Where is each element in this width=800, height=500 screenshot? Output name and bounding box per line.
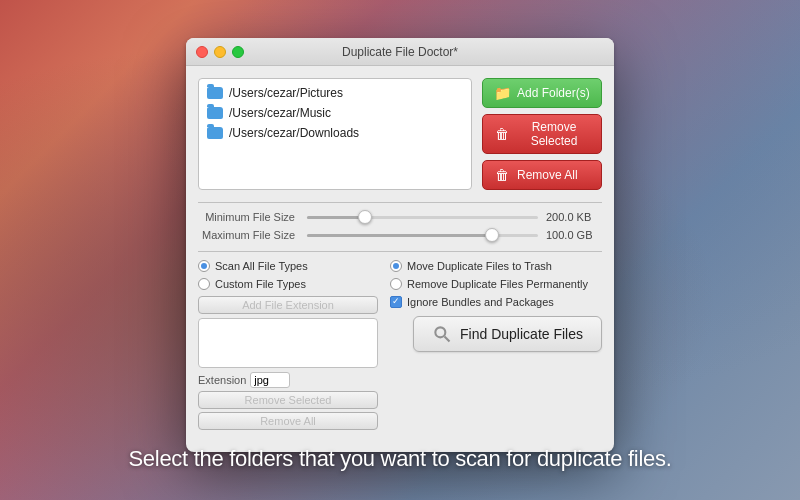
min-file-size-row: Minimum File Size 200.0 KB [198, 211, 602, 223]
remove-permanently-radio-row[interactable]: Remove Duplicate Files Permanently [390, 278, 602, 290]
close-button[interactable] [196, 46, 208, 58]
remove-selected-label: Remove Selected [517, 120, 591, 148]
scan-all-label: Scan All File Types [215, 260, 308, 272]
move-trash-label: Move Duplicate Files to Trash [407, 260, 552, 272]
divider-2 [198, 251, 602, 252]
custom-types-radio[interactable] [198, 278, 210, 290]
left-options: Scan All File Types Custom File Types Ad… [198, 260, 378, 430]
min-size-fill [307, 216, 365, 219]
find-btn-row: Find Duplicate Files [390, 316, 602, 352]
svg-point-0 [435, 327, 445, 337]
scan-all-radio-row[interactable]: Scan All File Types [198, 260, 378, 272]
remove-permanently-radio[interactable] [390, 278, 402, 290]
app-window: Duplicate File Doctor* /Users/cezar/Pict… [186, 38, 614, 452]
remove-all-ext-label: Remove All [260, 415, 316, 427]
min-size-thumb[interactable] [358, 210, 372, 224]
remove-selected-button[interactable]: 🗑 Remove Selected [482, 114, 602, 154]
divider-1 [198, 202, 602, 203]
folder-path-downloads: /Users/cezar/Downloads [229, 126, 359, 140]
maximize-button[interactable] [232, 46, 244, 58]
max-size-track [307, 234, 538, 237]
remove-all-label: Remove All [517, 168, 578, 182]
max-size-thumb[interactable] [485, 228, 499, 242]
window-body: /Users/cezar/Pictures /Users/cezar/Music… [186, 66, 614, 452]
top-section: /Users/cezar/Pictures /Users/cezar/Music… [198, 78, 602, 190]
folder-path-pictures: /Users/cezar/Pictures [229, 86, 343, 100]
file-types-box [198, 318, 378, 368]
max-file-size-row: Maximum File Size 100.0 GB [198, 229, 602, 241]
min-size-track [307, 216, 538, 219]
options-section: Scan All File Types Custom File Types Ad… [198, 260, 602, 430]
search-icon [432, 324, 452, 344]
remove-all-ext-button[interactable]: Remove All [198, 412, 378, 430]
remove-permanently-label: Remove Duplicate Files Permanently [407, 278, 588, 290]
add-file-extension-button[interactable]: Add File Extension [198, 296, 378, 314]
max-file-size-label: Maximum File Size [198, 229, 303, 241]
ignore-bundles-label: Ignore Bundles and Packages [407, 296, 554, 308]
remove-all-icon: 🗑 [493, 166, 511, 184]
folder-list: /Users/cezar/Pictures /Users/cezar/Music… [198, 78, 472, 190]
extension-label: Extension [198, 374, 246, 386]
remove-selected-ext-label: Remove Selected [245, 394, 332, 406]
window-title: Duplicate File Doctor* [342, 45, 458, 59]
move-trash-radio[interactable] [390, 260, 402, 272]
scan-all-radio[interactable] [198, 260, 210, 272]
custom-types-label: Custom File Types [215, 278, 306, 290]
minimize-button[interactable] [214, 46, 226, 58]
action-buttons: 📁 Add Folder(s) 🗑 Remove Selected 🗑 Remo… [482, 78, 602, 190]
ignore-bundles-checkbox[interactable] [390, 296, 402, 308]
folder-item-music[interactable]: /Users/cezar/Music [199, 103, 471, 123]
ignore-bundles-row[interactable]: Ignore Bundles and Packages [390, 296, 602, 308]
extension-row: Extension [198, 372, 378, 388]
max-size-value: 100.0 GB [542, 229, 602, 241]
bottom-instruction-text: Select the folders that you want to scan… [0, 446, 800, 472]
move-trash-radio-row[interactable]: Move Duplicate Files to Trash [390, 260, 602, 272]
add-folder-icon: 📁 [493, 84, 511, 102]
titlebar: Duplicate File Doctor* [186, 38, 614, 66]
folder-item-downloads[interactable]: /Users/cezar/Downloads [199, 123, 471, 143]
add-folder-label: Add Folder(s) [517, 86, 590, 100]
folder-icon [207, 107, 223, 119]
remove-selected-ext-button[interactable]: Remove Selected [198, 391, 378, 409]
right-options: Move Duplicate Files to Trash Remove Dup… [390, 260, 602, 430]
slider-section: Minimum File Size 200.0 KB Maximum File … [198, 211, 602, 241]
svg-line-1 [445, 337, 450, 342]
folder-icon [207, 127, 223, 139]
folder-path-music: /Users/cezar/Music [229, 106, 331, 120]
traffic-lights [196, 46, 244, 58]
min-file-size-label: Minimum File Size [198, 211, 303, 223]
folder-item-pictures[interactable]: /Users/cezar/Pictures [199, 83, 471, 103]
remove-all-button[interactable]: 🗑 Remove All [482, 160, 602, 190]
folder-icon [207, 87, 223, 99]
custom-types-radio-row[interactable]: Custom File Types [198, 278, 378, 290]
find-button-label: Find Duplicate Files [460, 326, 583, 342]
add-folder-button[interactable]: 📁 Add Folder(s) [482, 78, 602, 108]
find-duplicate-files-button[interactable]: Find Duplicate Files [413, 316, 602, 352]
extension-input[interactable] [250, 372, 290, 388]
max-size-fill [307, 234, 492, 237]
remove-selected-icon: 🗑 [493, 125, 511, 143]
min-size-value: 200.0 KB [542, 211, 602, 223]
add-file-extension-label: Add File Extension [242, 299, 334, 311]
